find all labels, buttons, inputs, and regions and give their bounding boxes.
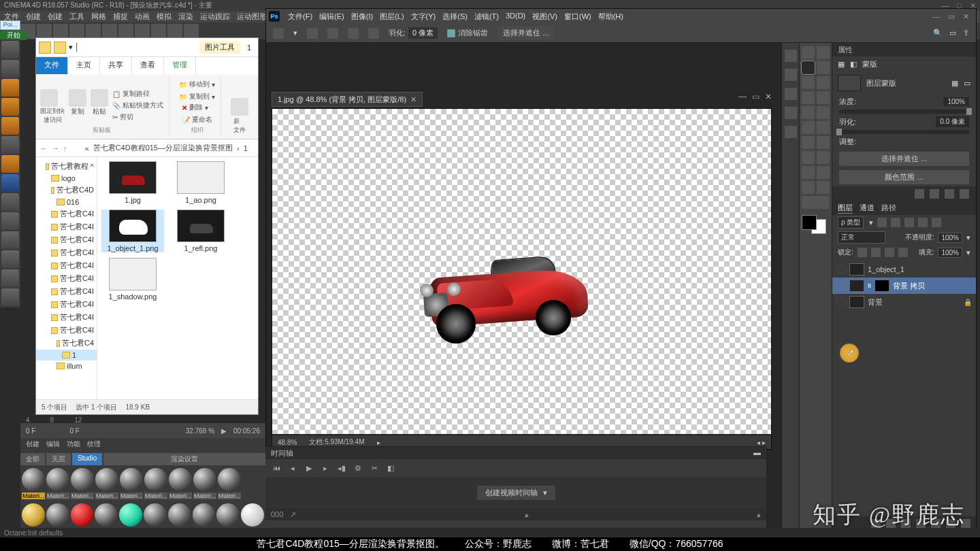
layer-row[interactable]: 1_object_1 — [832, 261, 976, 278]
visibility-icon[interactable] — [836, 265, 846, 273]
layer-row[interactable]: 8 背景 拷贝 — [832, 278, 976, 294]
tab-file[interactable]: 文件 — [36, 57, 68, 74]
slider-icon[interactable]: ▴ — [757, 510, 761, 519]
slider-handle[interactable] — [836, 129, 842, 135]
lock-pixel-icon[interactable] — [871, 248, 881, 257]
convert-icon[interactable]: ↗ — [290, 510, 296, 519]
file-item[interactable]: 1.jpg — [101, 161, 164, 204]
color-swatches[interactable] — [802, 215, 826, 234]
visibility-icon[interactable] — [836, 298, 846, 306]
vectormask-icon[interactable]: ◧ — [850, 60, 857, 69]
sel-int-icon — [368, 28, 379, 39]
loadsel-icon[interactable] — [915, 189, 924, 199]
ps-logo-icon: Ps — [269, 11, 280, 22]
visibility-icon[interactable] — [836, 282, 846, 290]
tab-share[interactable]: 共享 — [100, 57, 132, 74]
layer-mask-thumb[interactable] — [875, 280, 889, 292]
blend-mode[interactable]: 正常 — [838, 231, 885, 244]
filter-shape-icon[interactable] — [918, 218, 928, 227]
crop-tool-icon — [802, 76, 815, 89]
opacity-value[interactable]: 100% — [938, 233, 962, 243]
start-badge[interactable]: 开始 — [0, 31, 27, 40]
slider-icon[interactable]: ▴ — [525, 510, 529, 519]
c4d-side-toolbar[interactable] — [0, 39, 20, 307]
filter-type-icon[interactable] — [904, 218, 914, 227]
pixelmask-btn-icon[interactable]: ▦ — [951, 79, 958, 88]
file-item[interactable]: 1_object_1.png — [101, 210, 164, 252]
search-icon[interactable]: 🔍 — [933, 29, 943, 37]
footer-caption: 苦七君C4D教程015—分层渲染换背景抠图。 公众号：野鹿志 微博：苦七君 微信… — [0, 537, 980, 551]
explorer-tabs: 文件 主页 共享 查看 管理 — [36, 57, 258, 74]
layer-filter[interactable]: ρ 类型 — [838, 216, 864, 229]
ps-right-panels: 属性 ▦ ◧ 蒙版 图层蒙版 ▦ ▭ 浓度:100% 羽化:0.0 像素 调整:… — [832, 43, 976, 531]
tab-home[interactable]: 主页 — [68, 57, 100, 74]
lock-pos-icon[interactable] — [885, 248, 894, 257]
tab-view[interactable]: 查看 — [132, 57, 164, 74]
refine-edge-button[interactable]: 选择并遮住 ... — [497, 27, 554, 39]
disable-icon[interactable] — [945, 189, 954, 199]
picture-tools-tab[interactable]: 图片工具 — [199, 41, 240, 54]
prev-frame-icon: ◂ — [287, 463, 298, 473]
filter-img-icon[interactable] — [877, 218, 887, 227]
paste-icon[interactable] — [91, 89, 108, 107]
file-item[interactable]: 1_ao.png — [169, 161, 232, 204]
layer-row[interactable]: 背景 🔒 — [832, 294, 976, 310]
lasso-tool-icon — [802, 61, 815, 74]
filter-adj-icon[interactable] — [891, 218, 900, 227]
file-item[interactable]: 1_refl.png — [169, 210, 232, 252]
trash-icon[interactable] — [960, 189, 969, 199]
slider-handle[interactable] — [966, 108, 972, 115]
dodge-icon — [817, 136, 830, 149]
ps-collapsed-panels[interactable] — [781, 43, 799, 531]
settings-icon: ⚙ — [353, 463, 363, 473]
pixelmask-icon[interactable]: ▦ — [838, 60, 845, 69]
vectormask-btn-icon[interactable]: ▭ — [964, 79, 970, 88]
watermark: 知乎 @野鹿志 — [813, 499, 965, 531]
ps-toolbox[interactable] — [799, 43, 832, 531]
apply-icon[interactable] — [930, 189, 939, 199]
zoom-icon — [817, 181, 830, 194]
pen-icon — [802, 151, 815, 164]
feather-value[interactable]: 0.0 像素 — [936, 116, 969, 127]
frame-icon[interactable]: ▭ — [949, 29, 956, 37]
document-tab[interactable]: 1.jpg @ 48.8% (背景 拷贝, 图层蒙版/8)✕ — [272, 92, 423, 107]
actions-icon — [785, 69, 797, 81]
fill-value[interactable]: 100% — [938, 248, 962, 258]
doc-window-controls[interactable]: —▭✕ — [738, 92, 772, 101]
copy-icon[interactable] — [69, 89, 86, 107]
explorer-tree[interactable]: 苦七君教程 ^ logo 苦七君C4D 016 苦七君C4I 苦七君C4I 苦七… — [36, 157, 97, 399]
ps-header: Ps 文件(F)编辑(E)图像(I) 图层(L)文字(Y)选择(S) 滤镜(T)… — [266, 9, 976, 24]
color-range-button[interactable]: 颜色范围 ... — [839, 170, 969, 184]
explorer-breadcrumb[interactable]: ←→↑ « 苦七君C4D教程015—分层渲染换背景抠图 › 1 — [36, 139, 258, 157]
explorer-files: 1.jpg 1_ao.png 1_object_1.png 1_refl.png… — [97, 157, 258, 399]
close-icon[interactable]: ✕ — [410, 95, 416, 104]
folder-icon — [39, 41, 51, 54]
canvas[interactable] — [272, 109, 771, 434]
ps-menubar[interactable]: 文件(F)编辑(E)图像(I) 图层(L)文字(Y)选择(S) 滤镜(T)3D(… — [288, 12, 623, 22]
explorer-quickaccess[interactable]: ▾ │ 图片工具 1 — [36, 38, 258, 57]
lock-icon: 🔒 — [964, 299, 972, 306]
c4d-title: CINEMA 4D R18.057 Studio (RC - R18) - [预… — [4, 1, 212, 10]
lock-all-icon[interactable] — [898, 248, 908, 257]
new-icon[interactable] — [231, 98, 248, 116]
ps-options-bar[interactable]: ▾ 羽化:0 像素 消除锯齿 选择并遮住 ... 🔍 ▭ ⇪ — [266, 24, 976, 43]
eyedropper-icon — [817, 76, 830, 89]
ps-window-controls[interactable]: —▭✕ — [932, 12, 973, 21]
collapse-icon[interactable]: ▬ — [753, 448, 761, 458]
select-and-mask-button[interactable]: 选择并遮住 ... — [839, 152, 969, 166]
move-tool-icon — [802, 46, 815, 59]
timeline-controls[interactable]: ⏮ ◂ ▶ ▸ ◂▮ ⚙ ✂ ◧ — [265, 459, 766, 477]
checkbox-icon — [447, 29, 455, 37]
create-video-timeline-button[interactable]: 创建视频时间轴▾ — [477, 486, 555, 500]
share-icon[interactable]: ⇪ — [963, 29, 969, 37]
play-icon: ▶ — [304, 463, 314, 473]
pin-icon[interactable] — [40, 89, 58, 107]
properties-panel-title: 属性 — [832, 43, 976, 56]
explorer-statusbar: 5 个项目 选中 1 个项目 18.9 KB — [36, 399, 258, 414]
mask-thumb[interactable] — [838, 75, 861, 91]
file-item[interactable]: 1_shadow.png — [101, 258, 164, 301]
density-value[interactable]: 100% — [943, 97, 969, 106]
filter-smart-icon[interactable] — [932, 218, 941, 227]
tab-manage[interactable]: 管理 — [164, 57, 196, 74]
lock-trans-icon[interactable] — [858, 248, 867, 257]
